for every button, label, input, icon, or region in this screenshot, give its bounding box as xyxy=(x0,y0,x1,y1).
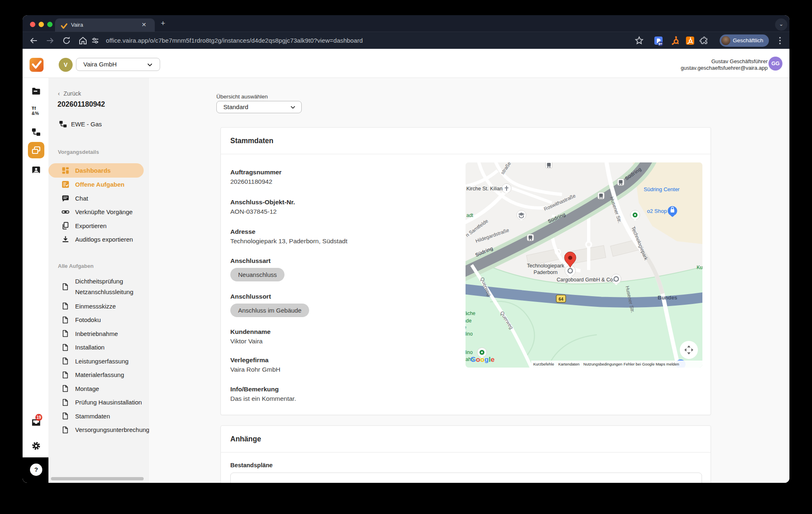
svg-text:Kurzbefehle: Kurzbefehle xyxy=(533,362,554,366)
task-item[interactable]: Inbetriebnahme xyxy=(48,327,149,341)
gear-icon[interactable] xyxy=(31,441,41,451)
new-tab-button[interactable]: + xyxy=(159,19,167,27)
traffic-minimize-button[interactable] xyxy=(39,22,44,27)
task-item[interactable]: Prüfung Hausinstallation xyxy=(48,395,149,409)
workflow-icon xyxy=(59,120,67,128)
app-header: V Vaira GmbH Gustav Geschäftsführer gust… xyxy=(23,49,789,78)
dashboards-grid-icon xyxy=(61,166,70,175)
org-select[interactable]: Vaira GmbH xyxy=(76,58,160,71)
task-item[interactable]: Einmessskizze xyxy=(48,299,149,313)
chip-anschluss-im-gebaeude: Anschluss im Gebäude xyxy=(230,304,309,317)
sidebar-item-auditlogs[interactable]: Auditlogs exportieren xyxy=(48,233,149,247)
map-label: te xyxy=(466,324,466,330)
map-pan-control[interactable] xyxy=(680,341,698,359)
main-content: Übersicht auswählen Standard Stammdaten … xyxy=(149,78,789,483)
map-label: o2 Shop xyxy=(647,208,667,214)
file-icon xyxy=(61,357,69,365)
task-item[interactable]: Installation xyxy=(48,340,149,354)
rail-bottom-panel: ? xyxy=(23,457,48,483)
site-settings-icon[interactable] xyxy=(89,35,101,46)
reload-button[interactable] xyxy=(61,35,72,46)
browser-tab[interactable]: Vaira ✕ xyxy=(55,18,155,32)
sidebar-item-offene-aufgaben[interactable]: Offene Aufgaben xyxy=(48,178,149,192)
transit-stop-icon[interactable] xyxy=(546,162,552,168)
svg-text:Fehler bei Google Maps melden: Fehler bei Google Maps melden xyxy=(624,362,679,366)
transit-stop-icon[interactable] xyxy=(598,192,604,199)
browser-window: Vaira ✕ + ⌄ office.vaira.app/o/c7be7mnm5… xyxy=(23,15,789,483)
contacts-icon[interactable] xyxy=(31,165,41,175)
file-icon xyxy=(61,329,69,338)
browser-toolbar: office.vaira.app/o/c7be7mnm5f1rdro8tg2g/… xyxy=(23,32,789,49)
transit-stop-icon[interactable] xyxy=(617,179,624,185)
svg-text:&%: &% xyxy=(32,111,39,116)
map-label: Technologiepark xyxy=(527,263,564,269)
map-label: Cargoboard GmbH & Co. xyxy=(557,277,614,283)
instances-icon xyxy=(31,145,41,155)
sidebar-item-exportieren[interactable]: Exportieren xyxy=(48,219,149,233)
link-icon xyxy=(61,208,70,216)
section-vorgangsdetails: Vorgangsdetails xyxy=(58,149,149,155)
back-button[interactable] xyxy=(28,35,39,46)
map-attribution[interactable]: Kurzbefehle Kartendaten Nutzungsbedingun… xyxy=(531,361,702,368)
vaira-logo[interactable] xyxy=(30,58,44,72)
extension-hubspot-icon[interactable] xyxy=(670,35,681,46)
tab-title: Vaira xyxy=(71,22,83,28)
stammdaten-card: Stammdaten Auftragsnummer 202601180942 A… xyxy=(220,127,711,415)
sidebar-item-dashboards[interactable]: Dashboards xyxy=(48,163,144,178)
extension-docs-icon[interactable]: 9+ xyxy=(653,35,664,46)
home-button[interactable] xyxy=(77,35,89,46)
sidebar-item-verknuepfte-vorgaenge[interactable]: Verknüpfte Vorgänge xyxy=(48,205,149,219)
projects-folder-icon[interactable] xyxy=(31,86,41,96)
org-avatar[interactable]: V xyxy=(59,58,73,72)
field-kundenname: Kundenname Viktor Vaira xyxy=(230,328,271,345)
route-shield-64: 64 xyxy=(556,295,566,302)
user-avatar[interactable]: GG xyxy=(768,57,782,71)
extension-orange-icon[interactable] xyxy=(684,35,696,46)
sidebar-item-chat[interactable]: Chat xyxy=(48,192,149,206)
forward-button[interactable] xyxy=(44,35,56,46)
bestandsplaene-dropzone[interactable] xyxy=(230,473,702,483)
field-anschluss-objekt-nr: Anschluss-Objekt-Nr. AON-037845-12 xyxy=(230,199,295,215)
file-icon xyxy=(61,371,69,379)
case-number: 202601180942 xyxy=(57,100,149,109)
overview-select-value: Standard xyxy=(223,103,248,110)
traffic-zoom-button[interactable] xyxy=(47,22,53,27)
chevron-left-icon: ‹ xyxy=(58,90,60,97)
file-icon xyxy=(61,283,69,291)
svg-text:Nutzungsbedingungen: Nutzungsbedingungen xyxy=(583,362,622,366)
url-bar[interactable]: office.vaira.app/o/c7be7mnm5f1rdro8tg2g/… xyxy=(106,37,363,44)
stammdaten-title: Stammdaten xyxy=(230,137,273,145)
extensions-puzzle-icon[interactable] xyxy=(698,35,710,46)
bookmark-star-icon[interactable] xyxy=(633,35,645,46)
sidebar-scrollbar[interactable] xyxy=(51,477,144,480)
workflows-icon[interactable] xyxy=(31,127,41,137)
browser-menu-icon[interactable] xyxy=(774,35,786,46)
tab-search-chevron-icon[interactable]: ⌄ xyxy=(775,18,787,31)
task-item[interactable]: Versorgungsunterbrechung xyxy=(48,423,149,437)
map-label: fläche xyxy=(466,311,475,316)
task-item[interactable]: Leistungserfassung xyxy=(48,354,149,368)
chevron-down-icon xyxy=(147,62,153,68)
task-item[interactable]: Montage xyxy=(48,382,149,396)
open-tasks-icon xyxy=(61,180,70,189)
tab-bar: Vaira ✕ + ⌄ xyxy=(23,15,789,32)
field-info-bemerkung: Info/Bemerkung Das ist ein Kommentar. xyxy=(230,386,296,402)
browser-profile-chip[interactable]: Geschäftlich xyxy=(720,34,769,47)
task-item[interactable]: Fotodoku xyxy=(48,313,149,327)
export-copy-icon xyxy=(61,222,70,230)
task-item[interactable]: Dichtheitsprüfung Netzanschlussleitung xyxy=(48,274,149,299)
map-embed[interactable]: 64 xyxy=(466,162,702,368)
tab-close-icon[interactable]: ✕ xyxy=(140,21,147,28)
anhaenge-card: Anhänge Bestandspläne xyxy=(220,425,711,483)
forms-icon[interactable]: Ŧf&% xyxy=(31,106,41,116)
instances-active-button[interactable] xyxy=(28,142,44,158)
traffic-close-button[interactable] xyxy=(30,22,35,27)
task-item[interactable]: Materialerfassung xyxy=(48,368,149,382)
file-icon xyxy=(61,426,69,434)
help-button[interactable]: ? xyxy=(30,464,42,476)
overview-select[interactable]: Standard xyxy=(216,101,302,113)
back-link[interactable]: ‹Zurück xyxy=(58,90,149,98)
transit-stop-icon[interactable] xyxy=(527,234,534,241)
google-logo[interactable]: Google xyxy=(470,356,495,363)
task-item[interactable]: Stammdaten xyxy=(48,409,149,423)
